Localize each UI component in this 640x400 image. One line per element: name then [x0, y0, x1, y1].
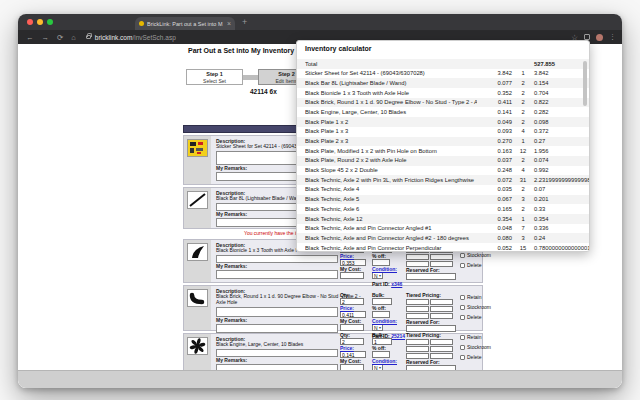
percent-off-input-engine[interactable] — [372, 351, 390, 358]
calc-row: Black Plate 1 x 30.09340.372 — [297, 127, 589, 137]
step-1-tab[interactable]: Step 1 Select Set — [186, 69, 243, 85]
calc-item-price: 0.077 — [480, 80, 512, 86]
retain-checkbox[interactable] — [460, 335, 465, 340]
calc-row: Black Technic, Axle 40.03520.07 — [297, 185, 589, 195]
calc-item-name: Black Brick, Round 1 x 1 d. 90 Degree El… — [305, 99, 477, 105]
retain-checkbox[interactable] — [460, 295, 465, 300]
calc-item-name: Black Plate, Round 2 x 2 with Axle Hole — [305, 157, 477, 163]
reserved-for-input-elbow[interactable] — [406, 325, 456, 332]
calc-item-total: 0.24 — [534, 235, 545, 241]
tiered-price-input[interactable] — [430, 299, 453, 305]
condition-link[interactable]: Condition: — [372, 318, 397, 324]
tiered-price-input[interactable] — [406, 254, 429, 260]
retain-label: Retain — [467, 294, 481, 300]
browser-menu-icon[interactable]: ⋮ — [609, 33, 616, 41]
calc-item-qty: 2 — [516, 186, 530, 192]
percent-off-input-tooth[interactable] — [372, 259, 390, 266]
part-image-cell — [184, 286, 211, 330]
tiered-price-input[interactable] — [406, 306, 429, 312]
close-window-button[interactable] — [27, 19, 33, 25]
calc-item-total: 0.336 — [534, 225, 549, 231]
calc-item-qty: 2 — [516, 157, 530, 163]
calculator-scrollbar[interactable] — [583, 61, 587, 106]
price-input-elbow[interactable] — [340, 311, 366, 318]
part-id-link-tooth[interactable]: x346 — [391, 281, 402, 287]
price-input-tooth[interactable] — [340, 259, 366, 266]
bulk-input-engine[interactable] — [372, 338, 392, 345]
calc-item-total: 527.855 — [534, 61, 555, 67]
reserved-for-input-tooth[interactable] — [406, 273, 456, 280]
calc-item-name: Black Plate, Modified 1 x 2 with Pin Hol… — [305, 148, 477, 154]
condition-select-elbow[interactable]: N▾ — [372, 324, 383, 331]
price-input-engine[interactable] — [340, 351, 366, 358]
calc-item-qty: 1 — [516, 138, 530, 144]
tiered-pricing-grid — [406, 299, 456, 319]
tiered-price-input[interactable] — [430, 306, 453, 312]
calc-item-name: Black Engine, Large, Center, 10 Blades — [305, 109, 477, 115]
calc-item-total: 0.282 — [534, 109, 549, 115]
stockroom-checkbox[interactable] — [460, 305, 465, 310]
calc-item-qty: 3 — [516, 196, 530, 202]
description-input[interactable] — [216, 255, 338, 263]
delete-checkbox[interactable] — [460, 263, 465, 268]
calc-item-qty: 2 — [516, 90, 530, 96]
profile-avatar[interactable] — [596, 34, 603, 41]
browser-tab[interactable]: BrickLink: Part out a Set into M × — [135, 17, 235, 30]
stockroom-checkbox[interactable] — [460, 345, 465, 350]
reload-icon[interactable]: ⟳ — [57, 33, 63, 42]
description-input[interactable] — [216, 307, 338, 317]
calc-row: Black Technic, Axle 50.06730.201 — [297, 195, 589, 205]
form-col-bulk-off: Bulk:% off:Condition:N▾ — [372, 332, 397, 371]
forward-icon[interactable]: → — [42, 33, 50, 42]
calc-item-name: Black Bionicle 1 x 3 Tooth with Axle Hol… — [305, 90, 477, 96]
maximize-window-button[interactable] — [47, 19, 53, 25]
new-tab-button[interactable]: + — [242, 18, 247, 27]
step-1-label: Step 1 — [187, 71, 242, 78]
calc-row: Total527.855 — [297, 59, 589, 69]
description-input[interactable] — [216, 349, 338, 357]
price-link[interactable]: Price: — [340, 345, 354, 351]
tiered-price-input[interactable] — [430, 346, 453, 352]
price-link[interactable]: Price: — [340, 305, 354, 311]
my-cost-input-tooth[interactable] — [340, 272, 364, 279]
my-cost-label: My Cost: — [340, 266, 361, 272]
condition-link[interactable]: Condition: — [372, 266, 397, 272]
tiered-price-input[interactable] — [430, 254, 453, 260]
calc-item-name: Black Technic, Axle and Pin Connector An… — [305, 225, 477, 231]
tiered-price-input[interactable] — [406, 346, 429, 352]
delete-label: Delete — [467, 262, 481, 268]
remarks-input[interactable] — [216, 270, 338, 279]
calc-row: Black Plate 2 x 30.27010.27 — [297, 137, 589, 147]
price-link[interactable]: Price: — [340, 253, 354, 259]
checkbox-row-retain: Retain — [460, 334, 481, 340]
address-bar[interactable]: bricklink.com/invSetSch.asp — [95, 34, 176, 41]
calc-item-total: 1.956 — [534, 148, 549, 154]
calc-item-name: Black Technic, Axle and Pin Connector Pe… — [305, 245, 477, 251]
minimize-window-button[interactable] — [37, 19, 43, 25]
remarks-input[interactable] — [216, 324, 338, 333]
qty-input-engine[interactable] — [340, 338, 364, 345]
tab-title: BrickLink: Part out a Set into M — [147, 21, 224, 27]
delete-checkbox[interactable] — [460, 315, 465, 320]
stockroom-checkbox[interactable] — [460, 253, 465, 258]
calc-item-qty: 2 — [516, 80, 530, 86]
tiered-price-input[interactable] — [430, 339, 453, 345]
condition-select-tooth[interactable]: N▾ — [372, 272, 383, 279]
calc-item-qty: 2 — [516, 99, 530, 105]
percent-off-input-elbow[interactable] — [372, 311, 390, 318]
my-cost-input-elbow[interactable] — [340, 324, 364, 331]
home-icon[interactable]: ⌂ — [71, 33, 76, 42]
back-icon[interactable]: ← — [26, 33, 34, 42]
calc-item-qty: 1 — [516, 70, 530, 76]
delete-checkbox[interactable] — [460, 355, 465, 360]
calc-item-total: 0.992 — [534, 167, 549, 173]
condition-link[interactable]: Condition: — [372, 358, 397, 364]
calc-item-price: 0.048 — [480, 225, 512, 231]
part-image-cell — [184, 136, 211, 184]
calc-item-name: Black Technic, Axle and Pin Connector An… — [305, 235, 477, 241]
bulk-input-elbow[interactable] — [372, 298, 392, 305]
tiered-price-input[interactable] — [406, 299, 429, 305]
qty-input-elbow[interactable] — [340, 298, 364, 305]
tab-close-icon[interactable]: × — [227, 20, 231, 27]
tiered-price-input[interactable] — [406, 339, 429, 345]
